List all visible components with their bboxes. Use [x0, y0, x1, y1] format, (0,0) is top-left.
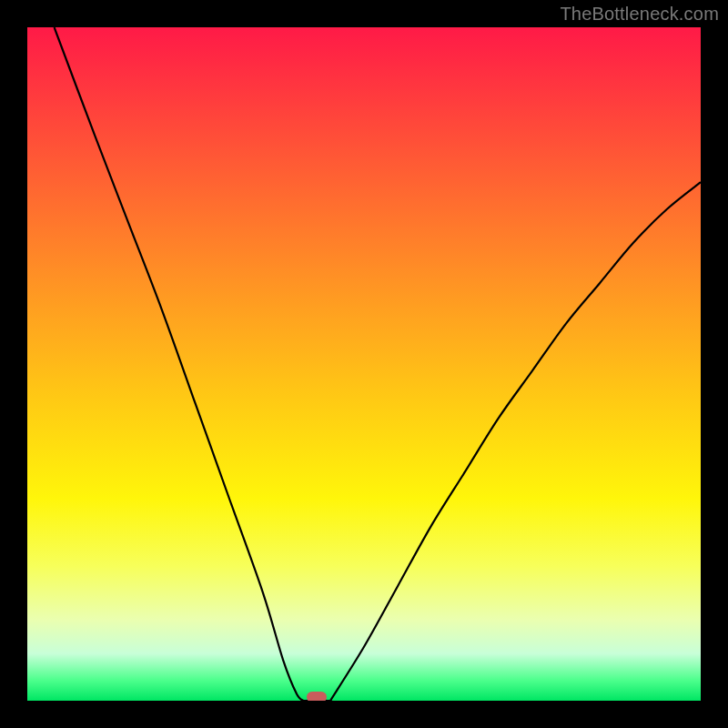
watermark-text: TheBottleneck.com [560, 4, 719, 25]
chart-frame: TheBottleneck.com [0, 0, 728, 728]
curve-svg [27, 27, 701, 701]
plot-area [27, 27, 701, 701]
optimum-marker [307, 692, 327, 701]
bottleneck-curve [55, 27, 701, 701]
